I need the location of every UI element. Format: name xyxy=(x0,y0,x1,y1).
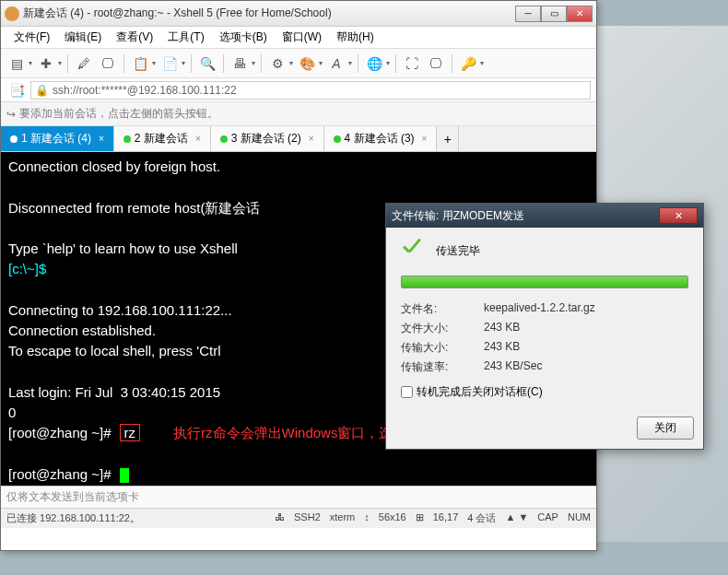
tab-close-icon[interactable]: × xyxy=(309,134,314,144)
tipbar: ↪ 要添加当前会话，点击左侧的箭头按钮。 xyxy=(1,102,596,126)
statusbar: 已连接 192.168.100.111:22。 🖧SSH2 xterm ↕56x… xyxy=(1,508,596,528)
properties-icon[interactable]: ⚙ xyxy=(267,53,288,74)
rate-value: 243 KB/Sec xyxy=(484,359,542,375)
dialog-titlebar: 文件传输: 用ZMODEM发送 ✕ xyxy=(386,204,703,228)
key-icon[interactable]: 🔑 xyxy=(458,53,478,74)
menubar: 文件(F) 编辑(E) 查看(V) 工具(T) 选项卡(B) 窗口(W) 帮助(… xyxy=(1,27,596,49)
find-icon[interactable]: 🔍 xyxy=(197,53,217,74)
status-connection: 已连接 192.168.100.111:22。 xyxy=(6,511,140,525)
print-icon[interactable]: 🖶 xyxy=(229,53,250,74)
status-cap: CAP xyxy=(537,511,558,525)
menu-tab[interactable]: 选项卡(B) xyxy=(212,28,275,47)
address-input[interactable]: 🔒 ssh://root:******@192.168.100.111:22 xyxy=(30,81,591,100)
reconnect-icon[interactable]: 🖉 xyxy=(74,53,94,74)
toolbar: ▤▾ ✚▾ 🖉 🖵 📋▾ 📄▾ 🔍 🖶▾ ⚙▾ 🎨▾ A▾ 🌐▾ ⛶ 🖵 🔑▾ xyxy=(1,49,596,78)
status-dot-icon xyxy=(10,135,18,143)
input-hint-bar[interactable]: 仅将文本发送到当前选项卡 xyxy=(1,486,596,508)
status-dot-icon xyxy=(220,135,228,143)
tip-text: 要添加当前会话，点击左侧的箭头按钮。 xyxy=(19,106,218,122)
transfer-status: 传送完毕 xyxy=(436,243,480,259)
tab-session-3[interactable]: 3 新建会话 (2) × xyxy=(211,126,324,151)
tab-session-4[interactable]: 4 新建会话 (3) × xyxy=(324,126,438,151)
close-button[interactable]: ✕ xyxy=(567,6,593,22)
check-icon xyxy=(401,241,427,261)
dialog-close-btn[interactable]: 关闭 xyxy=(637,417,694,440)
tab-close-icon[interactable]: × xyxy=(422,134,428,144)
open-icon[interactable]: ✚ xyxy=(36,53,56,74)
tabbar: 1 新建会话 (4) × 2 新建会话 × 3 新建会话 (2) × 4 新建会… xyxy=(1,126,596,152)
tab-session-1[interactable]: 1 新建会话 (4) × xyxy=(1,126,114,151)
status-sessions: 4 会话 xyxy=(467,511,496,525)
lock-icon[interactable]: 🖵 xyxy=(426,53,446,74)
app-icon xyxy=(5,6,19,21)
menu-file[interactable]: 文件(F) xyxy=(6,28,57,47)
bookmark-icon[interactable]: 📑 xyxy=(6,80,27,100)
globe-icon[interactable]: 🌐 xyxy=(364,53,384,74)
titlebar: 新建会话 (4) - root@zhang:~ - Xshell 5 (Free… xyxy=(1,1,596,27)
status-term: xterm xyxy=(330,511,356,525)
progress-bar xyxy=(401,276,688,288)
filesize-value: 243 KB xyxy=(484,321,520,336)
tab-session-2[interactable]: 2 新建会话 × xyxy=(114,126,211,151)
paste-icon[interactable]: 📄 xyxy=(159,53,180,74)
menu-edit[interactable]: 编辑(E) xyxy=(57,28,109,47)
menu-window[interactable]: 窗口(W) xyxy=(275,28,329,47)
status-num: NUM xyxy=(568,511,591,525)
fullscreen-icon[interactable]: ⛶ xyxy=(402,53,422,74)
cursor xyxy=(120,468,129,483)
window-title: 新建会话 (4) - root@zhang:~ - Xshell 5 (Free… xyxy=(23,6,515,21)
tab-add-button[interactable]: + xyxy=(437,126,459,151)
maximize-button[interactable]: ▭ xyxy=(541,6,567,22)
filename-value: keepalived-1.2.2.tar.gz xyxy=(484,301,595,317)
status-ssh: SSH2 xyxy=(294,511,321,525)
dialog-close-button[interactable]: ✕ xyxy=(659,207,698,224)
lock-small-icon: 🔒 xyxy=(35,84,49,97)
dialog-title: 文件传输: 用ZMODEM发送 xyxy=(392,208,659,224)
menu-tools[interactable]: 工具(T) xyxy=(160,28,211,47)
color-icon[interactable]: 🎨 xyxy=(297,53,317,74)
file-transfer-dialog: 文件传输: 用ZMODEM发送 ✕ 传送完毕 文件名:keepalived-1.… xyxy=(385,203,704,450)
address-text: ssh://root:******@192.168.100.111:22 xyxy=(53,84,237,97)
menu-help[interactable]: 帮助(H) xyxy=(329,28,382,47)
status-dot-icon xyxy=(334,135,341,143)
addressbar: 📑 🔒 ssh://root:******@192.168.100.111:22 xyxy=(1,78,596,102)
menu-view[interactable]: 查看(V) xyxy=(109,28,160,47)
minimize-button[interactable]: ─ xyxy=(515,6,541,22)
copy-icon[interactable]: 📋 xyxy=(130,53,150,74)
tab-close-icon[interactable]: × xyxy=(99,134,104,144)
tab-close-icon[interactable]: × xyxy=(195,134,201,144)
status-size: 56x16 xyxy=(379,511,406,525)
font-icon[interactable]: A xyxy=(326,53,346,74)
disconnect-icon[interactable]: 🖵 xyxy=(98,53,118,74)
tip-arrow-icon[interactable]: ↪ xyxy=(6,108,16,121)
status-pos: 16,17 xyxy=(433,511,459,525)
new-session-icon[interactable]: ▤ xyxy=(6,53,27,74)
status-dot-icon xyxy=(123,135,131,143)
xfersize-value: 243 KB xyxy=(484,340,520,356)
close-after-checkbox[interactable] xyxy=(401,386,413,398)
